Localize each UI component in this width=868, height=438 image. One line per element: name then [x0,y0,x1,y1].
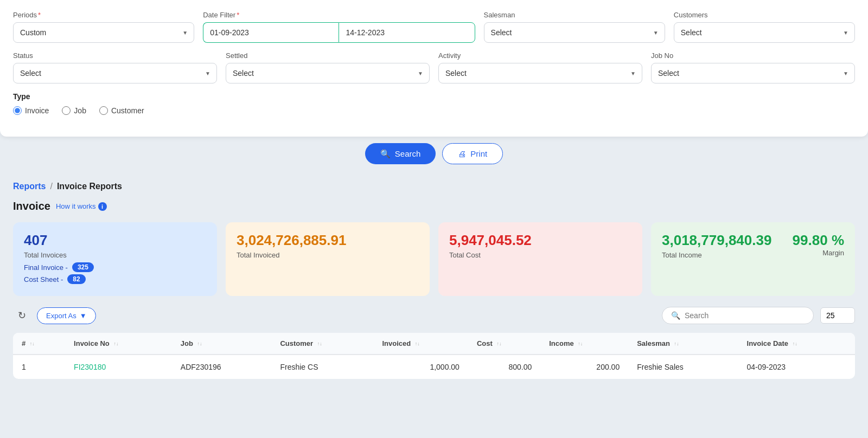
radio-job-label: Job [74,106,86,115]
cell-invoice-no[interactable]: FI230180 [65,355,172,379]
table-search-input[interactable] [685,311,805,320]
cell-income: 200.00 [540,355,628,379]
table-header: # ↑↓ Invoice No ↑↓ Job ↑↓ Customer ↑↓ In… [13,333,855,355]
cell-invoice-date: 04-09-2023 [738,355,855,379]
cell-invoiced: 1,000.00 [374,355,468,379]
total-invoices-label: Total Invoices [24,251,206,259]
final-invoice-badge: 325 [72,262,94,272]
status-select[interactable]: Select [13,63,217,83]
breadcrumb-reports[interactable]: Reports [13,182,46,191]
col-job[interactable]: Job ↑↓ [172,333,272,355]
activity-select[interactable]: Select [438,63,642,83]
print-icon: 🖨 [458,149,466,158]
cost-sheet-badge: 82 [67,274,85,284]
table-search-box: 🔍 [662,307,814,324]
final-invoice-row: Final Invoice - 325 [24,262,206,272]
radio-customer-label: Customer [111,106,144,115]
col-invoice-date[interactable]: Invoice Date ↑↓ [738,333,855,355]
cell-cost: 800.00 [468,355,540,379]
how-it-works-link[interactable]: How it works i [56,202,107,211]
total-income-label: Total Income [662,251,771,259]
breadcrumb: Reports / Invoice Reports [13,182,855,191]
per-page-container: 25 50 100 [820,307,855,324]
col-num[interactable]: # ↑↓ [13,333,65,355]
per-page-select[interactable]: 25 50 100 [820,307,855,324]
cost-sheet-row: Cost Sheet - 82 [24,274,206,284]
activity-label: Activity [438,51,642,60]
sort-icon-invoiced: ↑↓ [415,342,420,346]
search-button[interactable]: 🔍 Search [365,143,436,164]
col-income[interactable]: Income ↑↓ [540,333,628,355]
cell-salesman: Freshie Sales [628,355,738,379]
col-cost[interactable]: Cost ↑↓ [468,333,540,355]
job-no-label: Job No [651,51,855,60]
total-income-card: 3,018,779,840.39 Total Income 99.80 % Ma… [651,222,855,296]
cell-customer: Freshie CS [271,355,373,379]
sort-icon-customer: ↑↓ [317,342,322,346]
date-to-input[interactable] [339,22,475,43]
date-from-input[interactable] [203,22,339,43]
total-cost-card: 5,947,045.52 Total Cost [438,222,642,296]
page-title-row: Invoice How it works i [13,200,855,212]
radio-job[interactable]: Job [62,106,86,115]
table-toolbar: ↻ Export As ▼ 🔍 25 50 100 [13,307,855,324]
margin-label: Margin [793,249,844,257]
status-label: Status [13,51,217,60]
radio-invoice[interactable]: Invoice [13,106,49,115]
col-customer[interactable]: Customer ↑↓ [271,333,373,355]
settled-select[interactable]: Select [226,63,430,83]
cost-sheet-label: Cost Sheet - [24,275,63,284]
job-no-select[interactable]: Select [651,63,855,83]
radio-invoice-label: Invoice [25,106,49,115]
total-invoiced-label: Total Invoiced [237,251,419,259]
stats-row: 407 Total Invoices Final Invoice - 325 C… [13,222,855,296]
export-label: Export As [46,312,76,320]
total-invoiced-card: 3,024,726,885.91 Total Invoiced [226,222,430,296]
col-salesman[interactable]: Salesman ↑↓ [628,333,738,355]
total-invoices-number: 407 [24,232,206,249]
total-cost-number: 5,947,045.52 [449,232,631,249]
page-title: Invoice [13,200,50,212]
date-filter-label: Date Filter* [203,11,475,19]
search-icon: 🔍 [380,149,391,159]
table-search-icon: 🔍 [671,311,680,320]
type-label: Type [13,92,855,101]
print-button[interactable]: 🖨 Print [442,143,503,164]
breadcrumb-separator: / [50,182,52,191]
sort-icon-salesman: ↑↓ [674,342,679,346]
total-invoiced-number: 3,024,726,885.91 [237,232,419,249]
data-table: # ↑↓ Invoice No ↑↓ Job ↑↓ Customer ↑↓ In… [13,333,855,379]
sort-icon-cost: ↑↓ [496,342,501,346]
action-row: 🔍 Search 🖨 Print [0,137,868,169]
margin-value: 99.80 % [793,232,844,249]
type-radio-group: Invoice Job Customer [13,106,855,115]
sort-icon-num: ↑↓ [30,342,35,346]
export-chevron-icon: ▼ [80,312,87,320]
sort-icon-job: ↑↓ [197,342,202,346]
export-button[interactable]: Export As ▼ [37,307,96,324]
customers-label: Customers [674,11,855,19]
breadcrumb-current: Invoice Reports [57,182,122,191]
main-content: Reports / Invoice Reports Invoice How it… [0,169,868,388]
sort-icon-income: ↑↓ [578,342,583,346]
final-invoice-label: Final Invoice - [24,263,68,272]
periods-select[interactable]: Custom Monthly Quarterly Yearly [13,22,194,43]
table-row: 1 FI230180 ADF230196 Freshie CS 1,000.00… [13,355,855,379]
salesman-select[interactable]: Select [484,22,665,43]
sort-icon-invoice-no: ↑↓ [113,342,118,346]
radio-customer[interactable]: Customer [99,106,144,115]
refresh-button[interactable]: ↻ [13,307,30,324]
total-cost-label: Total Cost [449,251,631,259]
settled-label: Settled [226,51,430,60]
salesman-label: Salesman [484,11,665,19]
customers-select[interactable]: Select [674,22,855,43]
col-invoiced[interactable]: Invoiced ↑↓ [374,333,468,355]
periods-label: Periods* [13,11,194,19]
cell-num: 1 [13,355,65,379]
info-icon: i [98,202,107,211]
total-invoices-card: 407 Total Invoices Final Invoice - 325 C… [13,222,217,296]
sort-icon-invoice-date: ↑↓ [793,342,797,346]
col-invoice-no[interactable]: Invoice No ↑↓ [65,333,172,355]
total-income-number: 3,018,779,840.39 [662,232,771,249]
cell-job: ADF230196 [172,355,272,379]
